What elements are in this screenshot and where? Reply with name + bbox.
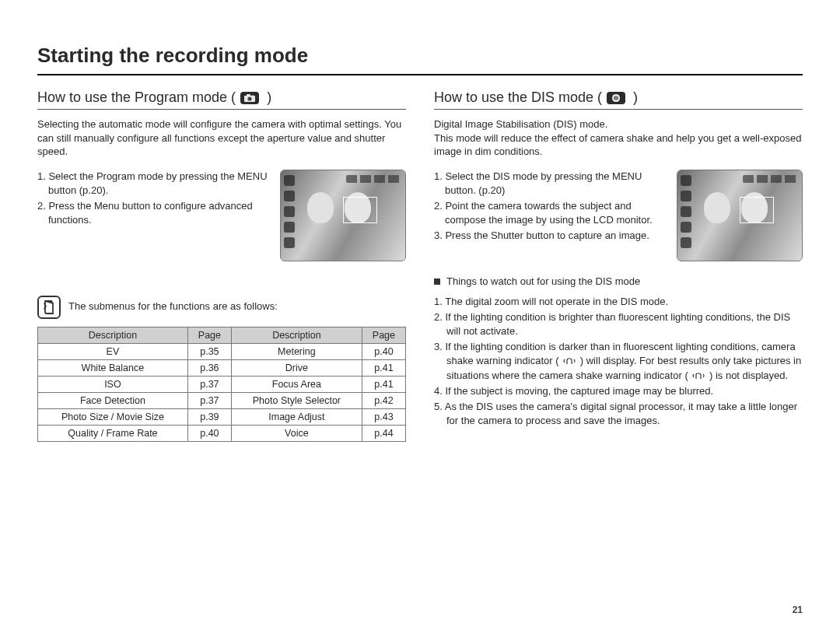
dis-mode-icon bbox=[607, 92, 625, 104]
table-cell: p.36 bbox=[187, 359, 231, 376]
left-column: How to use the Program mode ( P ) Select… bbox=[37, 89, 406, 442]
svg-text:P: P bbox=[251, 94, 254, 98]
program-mode-icon: P bbox=[240, 92, 259, 104]
list-item: 2. If the lighting condition is brighter… bbox=[434, 310, 803, 338]
table-row: Photo Size / Movie Size p.39 Image Adjus… bbox=[38, 408, 406, 425]
table-cell: ISO bbox=[38, 376, 188, 392]
table-cell: Voice bbox=[231, 425, 362, 441]
dis-step: 2. Point the camera towards the subject … bbox=[434, 199, 667, 227]
square-bullet-icon bbox=[434, 278, 440, 285]
program-mode-lcd-preview bbox=[280, 170, 406, 261]
table-cell: Photo Style Selector bbox=[231, 392, 362, 408]
camera-shake-warning-icon bbox=[562, 356, 577, 366]
table-header: Description bbox=[231, 327, 362, 343]
table-cell: Drive bbox=[231, 359, 362, 376]
table-cell: p.37 bbox=[187, 392, 231, 408]
table-cell: p.41 bbox=[362, 359, 405, 376]
table-cell: p.37 bbox=[187, 376, 231, 392]
program-mode-steps: 1. Select the Program mode by pressing t… bbox=[37, 170, 271, 229]
table-cell: Metering bbox=[231, 343, 362, 359]
table-cell: p.43 bbox=[362, 408, 405, 425]
page-title: Starting the recording mode bbox=[37, 44, 803, 75]
dis-mode-heading: How to use the DIS mode ( ) bbox=[434, 89, 803, 110]
table-cell: Quality / Frame Rate bbox=[38, 425, 188, 441]
dis-mode-heading-after: ) bbox=[633, 89, 638, 106]
dis-mode-steps: 1. Select the DIS mode by pressing the M… bbox=[434, 170, 667, 245]
submenu-note-row: The submenus for the functions are as fo… bbox=[37, 296, 406, 319]
table-cell: p.40 bbox=[362, 343, 405, 359]
program-mode-steps-block: 1. Select the Program mode by pressing t… bbox=[37, 170, 406, 261]
table-header: Page bbox=[187, 327, 231, 343]
page-number: 21 bbox=[793, 604, 803, 615]
dis-mode-intro: Digital Image Stabilisation (DIS) mode. … bbox=[434, 117, 803, 159]
table-cell: p.35 bbox=[187, 343, 231, 359]
table-cell: p.42 bbox=[362, 392, 405, 408]
svg-rect-1 bbox=[247, 94, 250, 96]
dis-watch-list: 1. The digital zoom will not operate in … bbox=[434, 295, 803, 429]
camera-shake-warning-icon bbox=[691, 370, 706, 381]
list-item: 5. As the DIS uses the camera's digital … bbox=[434, 400, 803, 428]
table-cell: p.40 bbox=[187, 425, 231, 441]
dis-step: 3. Press the Shutter button to capture a… bbox=[434, 229, 667, 243]
table-header: Page bbox=[362, 327, 405, 343]
table-cell: Focus Area bbox=[231, 376, 362, 392]
program-mode-heading-after: ) bbox=[267, 89, 271, 106]
submenu-note-text: The submenus for the functions are as fo… bbox=[68, 296, 278, 312]
table-cell: EV bbox=[38, 343, 188, 359]
table-row: White Balance p.36 Drive p.41 bbox=[38, 359, 406, 376]
list-item: 3. If the lighting condition is darker t… bbox=[434, 340, 803, 383]
table-header: Description bbox=[38, 327, 188, 343]
table-cell: Image Adjust bbox=[231, 408, 362, 425]
list-item: 1. The digital zoom will not operate in … bbox=[434, 295, 803, 309]
dis-step: 1. Select the DIS mode by pressing the M… bbox=[434, 170, 667, 198]
program-mode-heading: How to use the Program mode ( P ) bbox=[37, 89, 406, 110]
table-cell: Face Detection bbox=[38, 392, 188, 408]
program-mode-intro: Selecting the automatic mode will config… bbox=[37, 117, 406, 159]
note-icon bbox=[37, 296, 61, 319]
right-column: How to use the DIS mode ( ) Digital Imag… bbox=[434, 89, 803, 442]
watch-item-3-c: ) is not displayed. bbox=[709, 370, 788, 381]
table-row: ISO p.37 Focus Area p.41 bbox=[38, 376, 406, 392]
table-cell: Photo Size / Movie Size bbox=[38, 408, 188, 425]
program-mode-heading-before: How to use the Program mode ( bbox=[37, 89, 236, 106]
table-cell: p.41 bbox=[362, 376, 405, 392]
dis-mode-steps-block: 1. Select the DIS mode by pressing the M… bbox=[434, 170, 803, 261]
dis-mode-heading-before: How to use the DIS mode ( bbox=[434, 89, 602, 106]
submenu-functions-table: Description Page Description Page EV p.3… bbox=[37, 327, 406, 442]
table-cell: p.44 bbox=[362, 425, 405, 441]
content-columns: How to use the Program mode ( P ) Select… bbox=[37, 89, 803, 442]
list-item: 4. If the subject is moving, the capture… bbox=[434, 384, 803, 398]
program-step: 2. Press the Menu button to configure ad… bbox=[37, 199, 271, 227]
dis-watch-heading-text: Things to watch out for using the DIS mo… bbox=[446, 275, 640, 287]
table-row: Quality / Frame Rate p.40 Voice p.44 bbox=[38, 425, 406, 441]
table-row: Face Detection p.37 Photo Style Selector… bbox=[38, 392, 406, 408]
dis-mode-lcd-preview bbox=[677, 170, 803, 261]
table-cell: p.39 bbox=[187, 408, 231, 425]
table-cell: White Balance bbox=[38, 359, 188, 376]
dis-watch-heading: Things to watch out for using the DIS mo… bbox=[434, 275, 803, 287]
table-row: EV p.35 Metering p.40 bbox=[38, 343, 406, 359]
program-step: 1. Select the Program mode by pressing t… bbox=[37, 170, 271, 198]
